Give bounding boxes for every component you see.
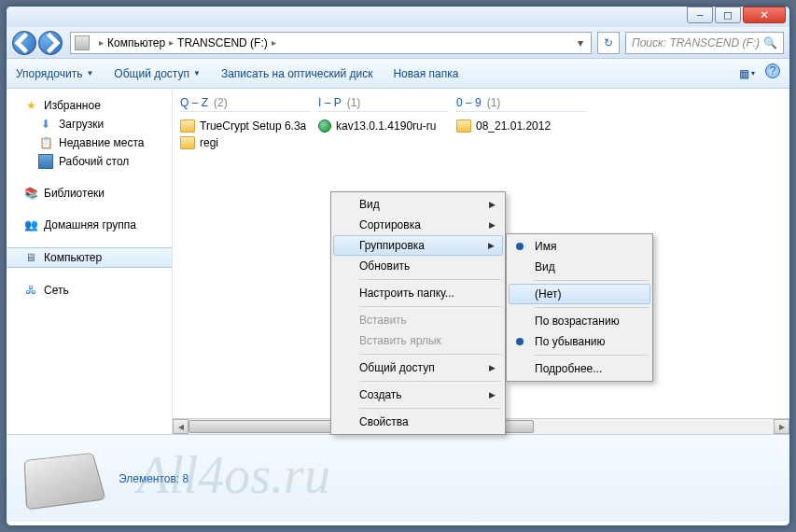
submenu-arrow-icon: ▶ xyxy=(489,220,496,230)
breadcrumb-computer[interactable]: Компьютер xyxy=(107,36,165,49)
radio-checked-icon xyxy=(516,243,524,250)
search-placeholder: Поиск: TRANSCEND (F:) xyxy=(632,36,760,49)
submenu-arrow-icon: ▶ xyxy=(489,390,496,399)
recent-icon: 📋 xyxy=(38,135,53,150)
homegroup-icon: 👥 xyxy=(23,217,38,232)
context-menu: Вид▶ Сортировка▶ Группировка▶ Обновить Н… xyxy=(330,191,506,435)
navigation-pane: ★Избранное ⬇Загрузки 📋Недавние места Раб… xyxy=(7,89,173,434)
drive-icon xyxy=(75,35,90,50)
context-submenu: Имя Вид (Нет) По возрастанию По убыванию… xyxy=(506,233,653,382)
app-icon xyxy=(318,119,331,133)
chevron-right-icon[interactable]: ▸ xyxy=(272,37,276,48)
submenu-name[interactable]: Имя xyxy=(509,236,650,257)
sidebar-desktop[interactable]: Рабочий стол xyxy=(7,152,172,171)
submenu-none[interactable]: (Нет) xyxy=(509,284,650,304)
libraries-icon: 📚 xyxy=(23,186,38,201)
chevron-right-icon[interactable]: ▸ xyxy=(99,37,104,48)
search-icon[interactable]: 🔍 xyxy=(763,36,777,49)
menu-group[interactable]: Группировка▶ xyxy=(333,235,503,256)
list-item[interactable]: TrueCrypt Setup 6.3a xyxy=(180,118,311,134)
refresh-button[interactable]: ↻ xyxy=(597,32,620,54)
group-header[interactable]: 0 – 9(1) xyxy=(456,96,587,112)
sidebar-recent[interactable]: 📋Недавние места xyxy=(7,133,172,152)
submenu-more[interactable]: Подробнее... xyxy=(509,358,650,379)
sidebar-computer[interactable]: 🖥Компьютер xyxy=(7,247,172,268)
network-icon: 🖧 xyxy=(23,283,38,298)
breadcrumb[interactable]: ▸ Компьютер ▸ TRANSCEND (F:) ▸ ▾ xyxy=(70,32,592,54)
chevron-right-icon[interactable]: ▸ xyxy=(169,37,174,48)
sidebar-favorites[interactable]: ★Избранное xyxy=(7,96,172,115)
menu-share[interactable]: Общий доступ▶ xyxy=(333,357,503,378)
titlebar[interactable]: – ◻ ✕ xyxy=(7,7,789,27)
share-menu[interactable]: Общий доступ▼ xyxy=(114,67,201,80)
submenu-arrow-icon: ▶ xyxy=(489,363,496,372)
sidebar-network[interactable]: 🖧Сеть xyxy=(7,281,172,300)
group-header[interactable]: Q – Z(2) xyxy=(180,96,311,112)
desktop-icon xyxy=(38,154,53,169)
drive-large-icon xyxy=(24,452,106,510)
details-pane: Элементов: 8 xyxy=(7,434,789,522)
scroll-left-arrow[interactable]: ◂ xyxy=(173,419,189,434)
navbar: ▸ Компьютер ▸ TRANSCEND (F:) ▸ ▾ ↻ Поиск… xyxy=(7,27,789,59)
radio-checked-icon xyxy=(516,338,524,345)
download-icon: ⬇ xyxy=(38,117,53,132)
new-folder-button[interactable]: Новая папка xyxy=(393,67,458,80)
sidebar-libraries[interactable]: 📚Библиотеки xyxy=(7,184,172,203)
burn-button[interactable]: Записать на оптический диск xyxy=(221,67,373,80)
star-icon: ★ xyxy=(23,98,38,113)
maximize-button[interactable]: ◻ xyxy=(715,7,741,23)
toolbar: Упорядочить▼ Общий доступ▼ Записать на о… xyxy=(7,59,789,89)
folder-icon xyxy=(180,136,195,149)
submenu-desc[interactable]: По убыванию xyxy=(509,331,650,352)
folder-icon xyxy=(180,119,195,133)
menu-new[interactable]: Создать▶ xyxy=(333,385,503,405)
menu-sort[interactable]: Сортировка▶ xyxy=(333,215,503,235)
search-input[interactable]: Поиск: TRANSCEND (F:) 🔍 xyxy=(625,32,784,54)
minimize-button[interactable]: – xyxy=(687,7,713,23)
back-button[interactable] xyxy=(12,31,36,55)
organize-menu[interactable]: Упорядочить▼ xyxy=(16,67,93,80)
submenu-view[interactable]: Вид xyxy=(509,257,650,277)
item-count-label: Элементов: 8 xyxy=(119,472,189,485)
group-header[interactable]: I – P(1) xyxy=(318,96,449,112)
menu-refresh[interactable]: Обновить xyxy=(333,256,503,276)
list-item[interactable]: kav13.0.1.4190ru-ru xyxy=(318,118,449,134)
scroll-right-arrow[interactable]: ▸ xyxy=(774,419,789,434)
sidebar-downloads[interactable]: ⬇Загрузки xyxy=(7,115,172,133)
menu-view[interactable]: Вид▶ xyxy=(333,194,503,215)
menu-properties[interactable]: Свойства xyxy=(333,412,503,432)
submenu-asc[interactable]: По возрастанию xyxy=(509,311,650,331)
help-button[interactable]: ? xyxy=(765,63,780,78)
explorer-window: – ◻ ✕ ▸ Компьютер ▸ TRANSCEND (F:) ▸ ▾ ↻… xyxy=(6,6,790,526)
forward-button[interactable] xyxy=(38,31,63,55)
breadcrumb-dropdown[interactable]: ▾ xyxy=(574,36,587,49)
breadcrumb-drive[interactable]: TRANSCEND (F:) xyxy=(177,36,268,49)
close-button[interactable]: ✕ xyxy=(743,7,786,23)
list-item[interactable]: regi xyxy=(180,134,311,151)
submenu-arrow-icon: ▶ xyxy=(489,200,496,209)
folder-icon xyxy=(456,119,471,133)
view-options-button[interactable]: ▦▼ xyxy=(737,63,758,84)
menu-paste-shortcut: Вставить ярлык xyxy=(333,330,503,351)
list-item[interactable]: 08_21.01.2012 xyxy=(456,118,587,134)
computer-icon: 🖥 xyxy=(23,250,38,265)
sidebar-homegroup[interactable]: 👥Домашняя группа xyxy=(7,216,172,234)
menu-customize[interactable]: Настроить папку... xyxy=(333,283,503,303)
submenu-arrow-icon: ▶ xyxy=(488,241,495,250)
menu-paste: Вставить xyxy=(333,310,503,330)
